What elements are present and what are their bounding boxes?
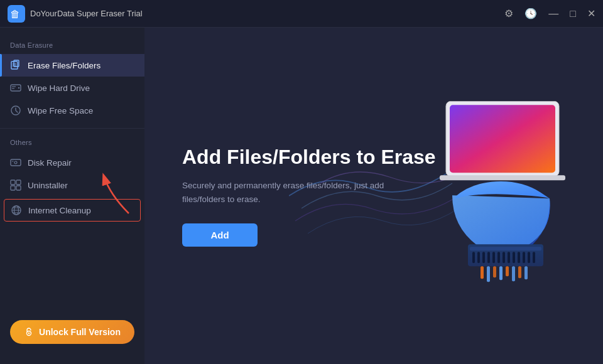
svg-rect-38 [508, 252, 510, 263]
sidebar: Data Erasure Erase Files/Folders Wipe Ha… [0, 28, 144, 364]
app-title: DoYourData Super Eraser Trial [30, 9, 504, 18]
svg-rect-11 [11, 159, 21, 166]
svg-rect-47 [499, 266, 503, 280]
svg-rect-37 [503, 252, 505, 263]
window-controls: ⚙ 🕓 — □ ✕ [504, 8, 595, 19]
sidebar-divider [0, 128, 144, 129]
maximize-icon[interactable]: □ [570, 8, 576, 19]
history-icon[interactable]: 🕓 [524, 8, 537, 19]
wipe-space-label: Wipe Free Space [28, 106, 93, 115]
title-bar: 🗑 DoYourData Super Eraser Trial ⚙ 🕓 — □ … [0, 0, 603, 28]
uninstaller-label: Uninstaller [28, 181, 68, 190]
sidebar-item-wipe-free-space[interactable]: Wipe Free Space [0, 99, 144, 122]
internet-cleanup-label: Internet Cleanup [28, 206, 91, 215]
svg-rect-44 [481, 266, 484, 279]
svg-rect-35 [492, 252, 495, 263]
sidebar-item-disk-repair[interactable]: Disk Repair [0, 151, 144, 174]
content-area: Add Files/Folders to Erase Securely and … [144, 28, 603, 364]
sidebar-item-wipe-hard-drive[interactable]: Wipe Hard Drive [0, 77, 144, 99]
svg-rect-32 [477, 252, 480, 263]
main-layout: Data Erasure Erase Files/Folders Wipe Ha… [0, 28, 603, 364]
wipe-drive-label: Wipe Hard Drive [28, 83, 90, 93]
unlock-full-version-button[interactable]: Unlock Full Version [10, 320, 134, 344]
content-title: Add Files/Folders to Erase [182, 145, 446, 169]
svg-rect-48 [506, 266, 509, 276]
uninstaller-icon [10, 179, 21, 191]
svg-rect-46 [493, 266, 496, 277]
svg-rect-43 [533, 252, 535, 263]
unlock-icon [24, 327, 34, 337]
svg-rect-41 [523, 252, 525, 263]
svg-rect-51 [524, 266, 528, 279]
svg-rect-33 [482, 252, 485, 263]
svg-point-7 [18, 87, 19, 88]
data-erasure-label: Data Erasure [0, 38, 144, 54]
svg-rect-28 [440, 175, 565, 180]
svg-text:🗑: 🗑 [10, 9, 20, 19]
sidebar-item-uninstaller[interactable]: Uninstaller [0, 174, 144, 196]
svg-rect-30 [470, 247, 541, 250]
svg-rect-27 [450, 105, 555, 173]
others-label: Others [0, 135, 144, 151]
add-button[interactable]: Add [182, 223, 258, 247]
content-description: Securely and permanently erase files/fol… [182, 179, 396, 206]
shredder-illustration [415, 101, 584, 283]
svg-rect-2 [11, 62, 18, 69]
erase-files-icon [10, 60, 21, 71]
close-icon[interactable]: ✕ [587, 8, 595, 19]
svg-rect-34 [487, 252, 490, 263]
svg-rect-40 [518, 252, 520, 263]
erase-files-label: Erase Files/Folders [28, 61, 100, 70]
svg-rect-42 [528, 252, 530, 263]
settings-icon[interactable]: ⚙ [504, 8, 513, 19]
svg-rect-14 [11, 180, 15, 185]
sidebar-item-internet-cleanup[interactable]: Internet Cleanup [4, 199, 141, 222]
svg-rect-36 [497, 252, 500, 263]
svg-rect-49 [512, 266, 515, 281]
svg-point-12 [14, 161, 17, 164]
wipe-space-icon [10, 105, 21, 116]
svg-rect-45 [487, 266, 490, 282]
app-logo: 🗑 [8, 5, 25, 23]
svg-rect-39 [513, 252, 515, 263]
svg-rect-50 [518, 266, 521, 278]
internet-cleanup-icon [11, 205, 22, 216]
svg-rect-17 [16, 186, 21, 190]
disk-repair-label: Disk Repair [28, 158, 72, 168]
svg-point-25 [28, 333, 30, 334]
wipe-drive-icon [10, 82, 21, 94]
sidebar-item-erase-files[interactable]: Erase Files/Folders [0, 54, 144, 77]
svg-rect-15 [16, 180, 21, 185]
unlock-btn-wrap: Unlock Full Version [0, 310, 144, 354]
disk-repair-icon [10, 157, 21, 168]
unlock-btn-label: Unlock Full Version [39, 327, 121, 337]
svg-rect-16 [11, 186, 15, 190]
svg-rect-31 [472, 252, 475, 263]
minimize-icon[interactable]: — [548, 8, 558, 19]
